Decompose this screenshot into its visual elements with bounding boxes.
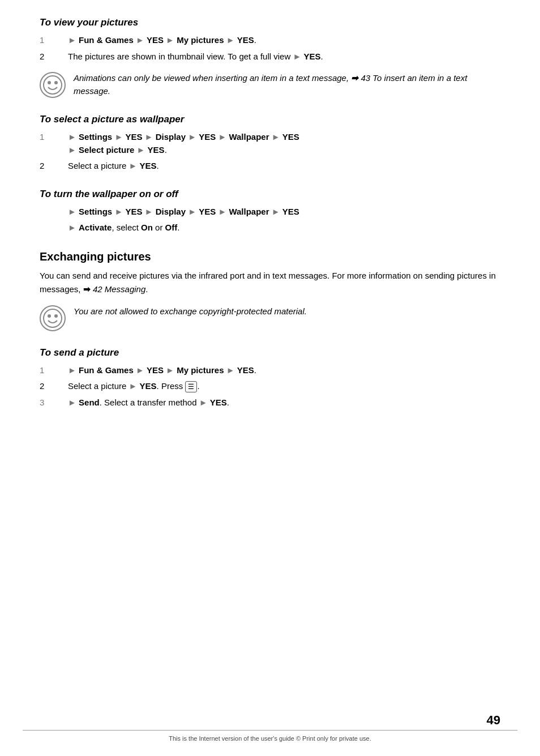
step-toggle-1: ► Settings ► YES ► Display ► YES ► Wallp… <box>40 206 500 219</box>
section-exchanging: Exchanging pictures You can send and rec… <box>40 250 500 331</box>
step-content-w1: ► Settings ► YES ► Display ► YES ► Wallp… <box>68 131 500 156</box>
step-2-wallpaper: 2 Select a picture ► YES. <box>40 160 500 173</box>
step-content-s3: ► Send. Select a transfer method ► YES. <box>68 396 500 409</box>
section-title-view-pictures: To view your pictures <box>40 17 500 28</box>
svg-point-5 <box>54 314 58 318</box>
exchanging-body: You can send and receive pictures via th… <box>40 269 500 296</box>
info-icon-svg-2 <box>42 308 63 328</box>
step-content-w2: Select a picture ► YES. <box>68 160 500 173</box>
section-view-pictures: To view your pictures 1 ► Fun & Games ► … <box>40 17 500 98</box>
note-icon-2 <box>40 305 66 331</box>
step-num-s3: 3 <box>40 396 68 409</box>
step-content-s1: ► Fun & Games ► YES ► My pictures ► YES. <box>68 364 500 377</box>
section-send-picture: To send a picture 1 ► Fun & Games ► YES … <box>40 347 500 409</box>
step-num-w2: 2 <box>40 160 68 173</box>
step-num-1: 1 <box>40 34 68 47</box>
section-title-exchanging: Exchanging pictures <box>40 250 500 263</box>
key-icon: ☰ <box>185 381 197 392</box>
svg-point-2 <box>54 81 58 84</box>
note-view-pictures: Animations can only be viewed when inser… <box>40 72 500 98</box>
page-number: 49 <box>487 713 500 728</box>
step-num-2: 2 <box>40 50 68 63</box>
svg-point-0 <box>44 76 62 94</box>
step-1-wallpaper: 1 ► Settings ► YES ► Display ► YES ► Wal… <box>40 131 500 156</box>
note-icon-1 <box>40 72 66 98</box>
footer: This is the Internet version of the user… <box>23 730 517 742</box>
svg-point-3 <box>44 309 62 327</box>
step-content-t2: ► Activate, select On or Off. <box>68 221 500 234</box>
svg-point-4 <box>48 314 51 318</box>
step-num-t2 <box>40 221 68 234</box>
page: To view your pictures 1 ► Fun & Games ► … <box>0 0 540 756</box>
arrow-1: ► <box>68 35 76 45</box>
step-3-send: 3 ► Send. Select a transfer method ► YES… <box>40 396 500 409</box>
section-title-send: To send a picture <box>40 347 500 358</box>
step-content-1-view: ► Fun & Games ► YES ► My pictures ► YES. <box>68 34 500 47</box>
note-text-exchanging: You are not allowed to exchange copyrigh… <box>74 305 500 318</box>
section-wallpaper-toggle: To turn the wallpaper on or off ► Settin… <box>40 189 500 234</box>
svg-point-1 <box>48 81 51 84</box>
section-wallpaper: To select a picture as wallpaper 1 ► Set… <box>40 114 500 173</box>
step-content-2-view: The pictures are shown in thumbnail view… <box>68 50 500 63</box>
step-content-s2: Select a picture ► YES. Press ☰. <box>68 380 500 393</box>
step-num-t1 <box>40 206 68 219</box>
step-1-view: 1 ► Fun & Games ► YES ► My pictures ► YE… <box>40 34 500 47</box>
note-text-view-pictures: Animations can only be viewed when inser… <box>74 72 500 97</box>
note-exchanging: You are not allowed to exchange copyrigh… <box>40 305 500 331</box>
section-title-wallpaper: To select a picture as wallpaper <box>40 114 500 125</box>
section-title-wallpaper-toggle: To turn the wallpaper on or off <box>40 189 500 200</box>
step-1-send: 1 ► Fun & Games ► YES ► My pictures ► YE… <box>40 364 500 377</box>
step-toggle-2: ► Activate, select On or Off. <box>40 221 500 234</box>
step-num-s2: 2 <box>40 380 68 393</box>
step-content-t1: ► Settings ► YES ► Display ► YES ► Wallp… <box>68 206 500 219</box>
step-num-w1: 1 <box>40 131 68 156</box>
info-icon-svg <box>42 75 63 95</box>
step-2-view: 2 The pictures are shown in thumbnail vi… <box>40 50 500 63</box>
step-num-s1: 1 <box>40 364 68 377</box>
step-2-send: 2 Select a picture ► YES. Press ☰. <box>40 380 500 393</box>
